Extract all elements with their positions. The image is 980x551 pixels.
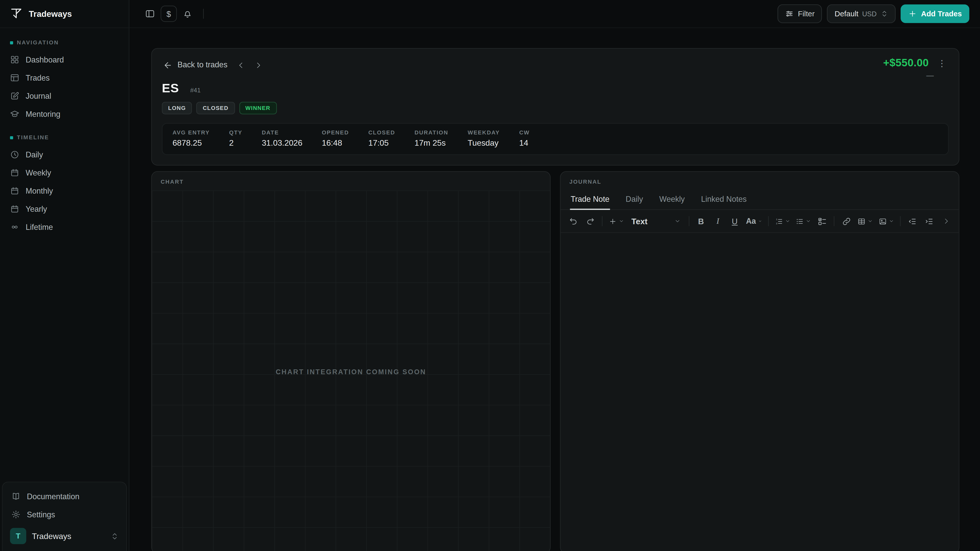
back-to-trades-link[interactable]: Back to trades	[162, 60, 231, 70]
indent-icon	[924, 217, 934, 226]
chart-panel: CHART CHART INTEGRATION COMING SOON	[151, 171, 551, 551]
trade-menu-button[interactable]: ⋮	[935, 56, 949, 70]
chevron-right-icon	[255, 61, 263, 69]
table-icon	[858, 217, 865, 226]
content: Back to trades +$550.00 ⋮	[129, 28, 980, 551]
indent-button[interactable]	[921, 213, 938, 229]
trade-pnl-value: +$550.00	[883, 57, 929, 69]
tab-weekly[interactable]: Weekly	[659, 191, 686, 209]
currency-button[interactable]: $	[159, 4, 178, 23]
tab-trade-note[interactable]: Trade Note	[570, 191, 610, 209]
chevron-down-icon	[785, 218, 790, 224]
sidebar-item-mentoring[interactable]: Mentoring	[5, 105, 124, 123]
outdent-icon	[908, 217, 917, 226]
status-badge: CLOSED	[197, 102, 235, 114]
filter-button[interactable]: Filter	[777, 4, 822, 23]
trade-symbol-row: ES #41	[162, 81, 948, 95]
toolbar-divider	[689, 216, 689, 226]
currency-select[interactable]: Default USD	[827, 4, 896, 23]
trade-detail-card: Back to trades +$550.00 ⋮	[151, 48, 959, 165]
bell-icon	[183, 9, 192, 19]
sidebar-item-monthly[interactable]: Monthly	[5, 182, 124, 200]
plus-icon	[609, 217, 617, 226]
filter-sliders-icon	[785, 10, 794, 18]
sidebar-item-yearly[interactable]: Yearly	[5, 200, 124, 218]
topbar-divider	[203, 9, 204, 19]
stat-opened: OPENED 16:48	[322, 129, 349, 148]
plus-icon	[908, 10, 916, 18]
insert-table-button[interactable]	[855, 213, 875, 229]
chart-panel-title: CHART	[152, 171, 550, 190]
image-icon	[879, 217, 886, 226]
result-badge: WINNER	[239, 102, 277, 114]
link-icon	[842, 217, 851, 226]
italic-button[interactable]: I	[710, 213, 726, 229]
stat-closed: CLOSED 17:05	[368, 129, 395, 148]
account-switcher[interactable]: T Tradeways	[6, 524, 123, 547]
sidebar-item-dashboard[interactable]: Dashboard	[5, 51, 124, 68]
link-button[interactable]	[838, 213, 855, 229]
arrow-left-icon	[163, 60, 172, 70]
underline-button[interactable]: U	[727, 213, 743, 229]
ordered-list-button[interactable]	[772, 213, 792, 229]
sidebar-item-settings[interactable]: Settings	[6, 505, 123, 524]
app-root: Tradeways NAVIGATION Dashboard Trades Jo…	[0, 0, 980, 551]
chevron-down-icon	[758, 218, 762, 224]
trade-pnl-block: +$550.00 ⋮ —	[883, 56, 948, 80]
trade-stats: AVG ENTRY 6878.25 QTY 2 DATE 31.03.2026 …	[162, 123, 948, 155]
main-area: $ Filter Default USD Add Trades	[129, 0, 980, 551]
next-trade-button[interactable]	[251, 57, 266, 73]
chart-placeholder-text: CHART INTEGRATION COMING SOON	[152, 191, 550, 551]
nav-section-title: NAVIGATION	[10, 39, 119, 45]
panels-row: CHART CHART INTEGRATION COMING SOON JOUR…	[151, 171, 959, 551]
text-format-button[interactable]: Aa	[743, 213, 764, 229]
checklist-button[interactable]	[814, 213, 830, 229]
undo-icon	[568, 217, 578, 226]
stat-qty: QTY 2	[229, 129, 242, 148]
previous-trade-button[interactable]	[234, 57, 249, 73]
journal-panel-title: JOURNAL	[561, 171, 959, 190]
redo-button[interactable]	[582, 213, 598, 229]
sidebar-toggle-button[interactable]	[141, 4, 159, 23]
brand-name: Tradeways	[29, 9, 72, 19]
chevron-down-icon	[619, 218, 624, 224]
account-name: Tradeways	[32, 531, 105, 541]
settings-gear-icon	[11, 510, 21, 519]
journal-editor[interactable]	[561, 233, 959, 551]
insert-block-button[interactable]	[606, 213, 626, 229]
tradeways-logo-icon	[10, 7, 23, 21]
sidebar-item-weekly[interactable]: Weekly	[5, 164, 124, 182]
insert-image-button[interactable]	[876, 213, 896, 229]
chevron-down-icon	[674, 218, 680, 224]
journal-panel: JOURNAL Trade Note Daily Weekly Linked N…	[560, 171, 959, 551]
outdent-button[interactable]	[904, 213, 921, 229]
mentoring-icon	[10, 110, 19, 119]
sidebar-item-daily[interactable]: Daily	[5, 146, 124, 164]
notifications-button[interactable]	[178, 4, 197, 23]
text-style-select[interactable]: Text	[627, 213, 685, 229]
sidebar-item-trades[interactable]: Trades	[5, 68, 124, 87]
stat-avg-entry: AVG ENTRY 6878.25	[172, 129, 210, 148]
sidebar-item-lifetime[interactable]: Lifetime	[5, 218, 124, 236]
sidebar-item-documentation[interactable]: Documentation	[6, 487, 123, 505]
add-trades-button[interactable]: Add Trades	[900, 4, 969, 23]
lifetime-infinity-icon	[10, 222, 19, 232]
trade-symbol: ES	[162, 81, 179, 95]
sidebar-item-journal[interactable]: Journal	[5, 87, 124, 105]
bullet-list-button[interactable]	[793, 213, 813, 229]
yearly-calendar-icon	[10, 204, 19, 214]
chevron-updown-icon	[880, 10, 888, 17]
chevron-down-icon	[805, 218, 811, 224]
section-bullet-icon	[10, 41, 13, 44]
chart-area: CHART INTEGRATION COMING SOON	[152, 191, 550, 551]
bullet-list-icon	[796, 217, 803, 226]
more-tools-button[interactable]	[938, 213, 955, 229]
toolbar-divider	[768, 216, 768, 226]
chevron-updown-icon	[110, 532, 119, 540]
bold-button[interactable]: B	[693, 213, 709, 229]
chevron-down-icon	[868, 218, 873, 224]
trades-icon	[10, 73, 19, 83]
tab-daily[interactable]: Daily	[625, 191, 644, 209]
undo-button[interactable]	[565, 213, 581, 229]
tab-linked-notes[interactable]: Linked Notes	[700, 191, 747, 209]
